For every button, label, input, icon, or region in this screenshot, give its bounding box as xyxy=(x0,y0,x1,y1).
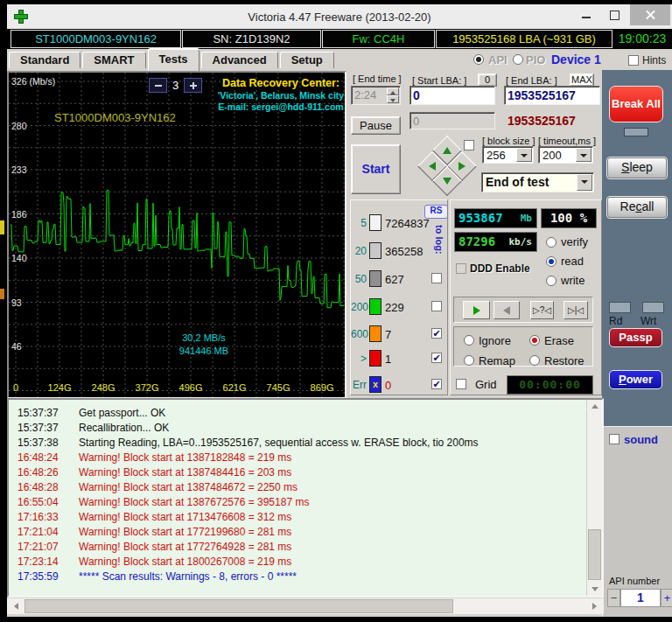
maximize-icon xyxy=(610,10,620,20)
speed-lcd: 87296 kb/s xyxy=(454,232,537,252)
grid-checkbox[interactable] xyxy=(456,379,466,389)
scroll-left-button[interactable] xyxy=(9,598,24,614)
api-radio[interactable] xyxy=(473,54,484,65)
up-arrow-icon xyxy=(592,404,598,409)
log-message: Warning! Block start at 1713476608 = 312… xyxy=(79,511,291,523)
scan-question-icon: ▷?◁ xyxy=(533,305,551,315)
status-led xyxy=(624,128,648,136)
end-time-spinner[interactable] xyxy=(387,87,399,103)
tab-smart[interactable]: SMART xyxy=(82,52,145,68)
down-arrow-icon xyxy=(592,587,598,591)
ddd-enable-checkbox[interactable] xyxy=(456,263,466,274)
tab-setup[interactable]: Setup xyxy=(280,52,334,68)
maximize-button[interactable] xyxy=(602,4,626,25)
wrt-led xyxy=(642,302,664,313)
erase-radio[interactable] xyxy=(529,335,540,346)
rd-led xyxy=(609,302,631,313)
verify-radio[interactable] xyxy=(546,237,556,248)
dropdown-arrow-icon[interactable] xyxy=(516,148,532,162)
zero-lba-button[interactable]: 0 xyxy=(478,73,497,87)
pio-radio-label: PIO xyxy=(526,53,545,66)
stat-log-checkbox-2[interactable] xyxy=(431,273,442,283)
erase-radio-label: Erase xyxy=(544,334,574,347)
pause-button[interactable]: Pause xyxy=(351,116,401,135)
down-arrow-icon xyxy=(443,178,452,185)
repair-radio-group: IgnoreEraseRemapRestore xyxy=(453,326,593,367)
start-button[interactable]: Start xyxy=(351,144,401,194)
end-time-field[interactable]: 2:24 xyxy=(351,86,401,105)
action-select[interactable]: End of test xyxy=(481,172,594,192)
position-value: 953867 xyxy=(458,211,503,225)
pio-radio[interactable] xyxy=(513,54,523,65)
ddd-enable-label: DDD Enable xyxy=(470,262,530,275)
log-time: 15:37:37 xyxy=(18,422,59,434)
stat-value-4: 7 xyxy=(385,328,391,341)
scroll-right-button[interactable] xyxy=(587,598,602,614)
close-button[interactable] xyxy=(630,4,670,25)
passp-button[interactable]: Passp xyxy=(609,328,662,347)
minimize-button[interactable] xyxy=(574,4,598,25)
position-lcd: 953867 Mb xyxy=(454,208,537,228)
log-entry: 16:48:24Warning! Block start at 13871828… xyxy=(9,451,602,466)
desktop-artifact xyxy=(0,289,4,299)
api-radio-label: API xyxy=(488,53,508,66)
recall-button[interactable]: Recall xyxy=(607,197,667,218)
dropdown-arrow-icon[interactable] xyxy=(577,174,592,191)
power-button[interactable]: Power xyxy=(609,370,662,389)
log-entry: 16:48:26Warning! Block start at 13874844… xyxy=(9,466,602,481)
restore-radio[interactable] xyxy=(529,355,540,366)
max-lba-button[interactable]: MAX xyxy=(570,73,594,87)
zoom-in-button[interactable] xyxy=(184,78,202,93)
write-radio[interactable] xyxy=(546,276,556,286)
remap-radio[interactable] xyxy=(464,355,474,366)
sound-checkbox[interactable] xyxy=(609,434,620,444)
read-radio-label: read xyxy=(561,255,584,268)
break-all-button[interactable]: Break All xyxy=(609,86,663,122)
block-size-select[interactable]: 256 xyxy=(482,146,534,164)
x-axis-tick: 621G xyxy=(223,382,247,393)
stat-log-checkbox-6[interactable]: ✔ xyxy=(431,379,442,389)
stat-log-checkbox-3[interactable] xyxy=(431,301,442,311)
skip-button[interactable]: ▷|◁ xyxy=(564,301,588,319)
scroll-down-button[interactable] xyxy=(587,582,602,596)
stepper-plus-button[interactable]: + xyxy=(661,589,672,607)
tab-tests[interactable]: Tests xyxy=(148,49,200,71)
play-button[interactable] xyxy=(463,301,490,319)
minimize-icon xyxy=(582,17,591,18)
zoom-out-button[interactable] xyxy=(149,78,167,93)
log-time: 15:37:37 xyxy=(18,407,59,419)
drive-info-bar: ST1000DM003-9YN162 SN: Z1D139N2 Fw: CC4H… xyxy=(7,29,672,49)
zoom-level: 3 xyxy=(168,79,183,92)
scroll-up-button[interactable] xyxy=(587,400,602,414)
tab-advanced[interactable]: Advanced xyxy=(201,52,278,68)
back-button[interactable] xyxy=(494,301,520,319)
stepper-minus-button[interactable]: − xyxy=(607,589,620,607)
x-axis-tick: 869G xyxy=(311,382,334,393)
log-vertical-scrollbar[interactable] xyxy=(586,400,602,596)
log-entry: 15:37:37Get passport... OK xyxy=(9,407,602,422)
scan-question-button[interactable]: ▷?◁ xyxy=(530,301,554,319)
log-time: 17:23:14 xyxy=(18,556,59,568)
vertical-scroll-thumb[interactable] xyxy=(588,529,601,580)
sleep-button[interactable]: Sleep xyxy=(607,157,667,178)
horizontal-scroll-thumb[interactable] xyxy=(24,599,453,613)
play-icon xyxy=(473,306,480,315)
log-time: 16:48:26 xyxy=(18,466,59,479)
tab-standard[interactable]: Standard xyxy=(9,52,80,68)
clock: 19:00:23 xyxy=(612,30,672,46)
nav-checkbox[interactable] xyxy=(464,140,474,150)
read-radio[interactable] xyxy=(546,256,556,267)
stat-label-2: 50 xyxy=(351,273,367,285)
stat-log-checkbox-5[interactable]: ✔ xyxy=(431,353,442,363)
timeout-select[interactable]: 200 xyxy=(538,146,593,164)
wrt-label: Wrt xyxy=(640,315,656,327)
hints-checkbox[interactable] xyxy=(628,55,639,66)
start-lba-input[interactable]: 0 xyxy=(410,86,495,105)
log-horizontal-scrollbar[interactable] xyxy=(7,598,604,614)
dropdown-arrow-icon[interactable] xyxy=(576,148,592,162)
ignore-radio[interactable] xyxy=(464,335,474,346)
write-radio-label: write xyxy=(561,274,584,287)
stat-log-checkbox-4[interactable]: ✔ xyxy=(431,328,442,339)
end-lba-input[interactable]: 1953525167 xyxy=(504,86,600,105)
log-message: Warning! Block start at 1387182848 = 219… xyxy=(79,451,291,464)
